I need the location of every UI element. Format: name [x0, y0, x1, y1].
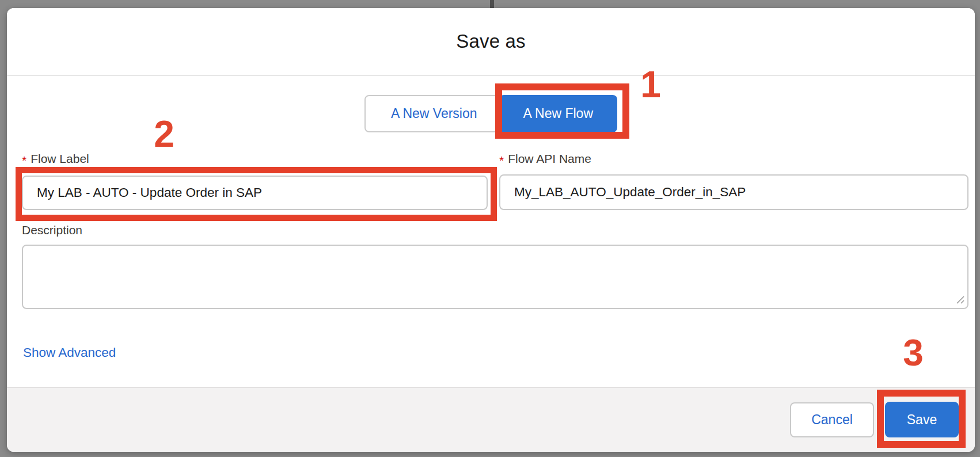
description-field-label: Description — [22, 223, 82, 237]
flow-label-label-text: Flow Label — [31, 152, 89, 167]
flow-api-name-input[interactable] — [499, 174, 968, 210]
save-type-toggle-group: A New Version A New Flow — [7, 95, 975, 132]
flow-label-input[interactable] — [22, 176, 488, 210]
required-asterisk: * — [499, 152, 504, 167]
a-new-flow-toggle-button[interactable]: A New Flow — [499, 95, 617, 132]
flow-api-name-field-label: * Flow API Name — [499, 152, 591, 167]
description-textarea[interactable] — [22, 245, 968, 309]
description-label-text: Description — [22, 223, 82, 237]
required-asterisk: * — [22, 152, 26, 167]
dialog-title: Save as — [456, 31, 526, 52]
save-button[interactable]: Save — [885, 402, 959, 437]
screen-background: Save as A New Version A New Flow * Flow … — [0, 0, 980, 457]
show-advanced-link[interactable]: Show Advanced — [23, 345, 116, 360]
cancel-button[interactable]: Cancel — [790, 402, 874, 437]
save-as-dialog: Save as A New Version A New Flow * Flow … — [7, 8, 975, 452]
flow-label-field-label: * Flow Label — [22, 152, 89, 167]
description-field — [22, 245, 968, 309]
dialog-header: Save as — [7, 8, 975, 76]
a-new-version-toggle-button[interactable]: A New Version — [364, 95, 504, 132]
flow-api-name-label-text: Flow API Name — [508, 152, 591, 167]
